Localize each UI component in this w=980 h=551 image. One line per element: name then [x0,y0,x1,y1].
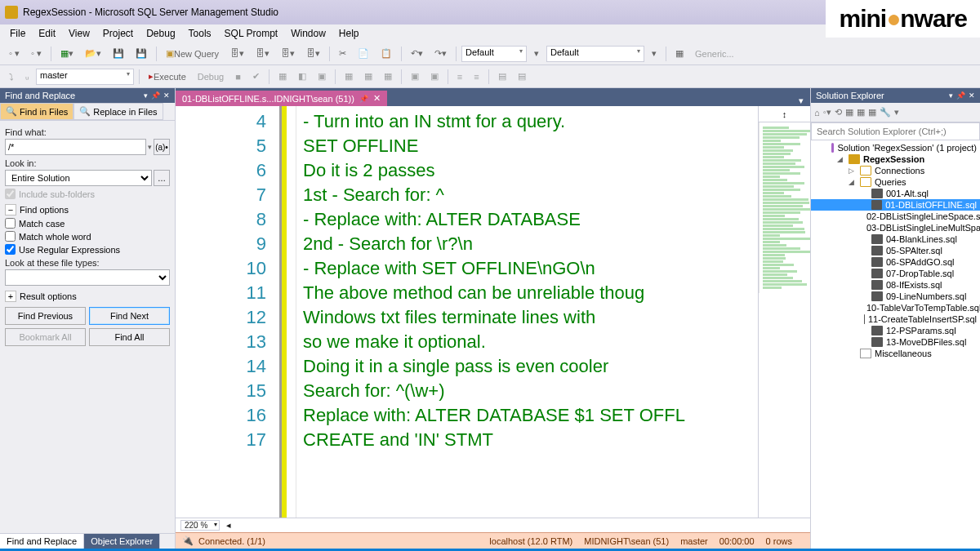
tree-file[interactable]: 001-Alt.sql [811,188,980,199]
sol-collapse-icon[interactable]: ▦ [868,107,876,118]
panel-pin-icon[interactable]: 📌 [956,91,965,100]
db-picker-4[interactable]: 🗄▾ [301,47,325,60]
nav-back-btn[interactable]: ◦ ▾ [4,47,24,60]
config-default-a[interactable]: Default [461,46,527,62]
tree-file[interactable]: 01-DBListOFFLINE.sql [811,199,980,211]
bookmark-all-btn[interactable]: Bookmark All [5,328,86,346]
tree-file[interactable]: 03-DBListSingleLineMultSpac [811,222,980,233]
zoom-selector[interactable]: 220 % [180,520,220,531]
panel-pin-icon[interactable]: 📌 [151,91,160,100]
tree-file[interactable]: 12-PSParams.sql [811,325,980,336]
tree-file[interactable]: 06-SPAddGO.sql [811,256,980,268]
solution-search[interactable] [811,122,980,140]
findopts-toggle[interactable]: − [5,204,16,216]
solution-explorer-header[interactable]: Solution Explorer ▾ 📌 ✕ [811,88,980,103]
database-selector[interactable]: master [36,69,134,85]
open-btn[interactable]: 📂▾ [80,47,106,60]
db-picker-1[interactable]: 🗄▾ [225,47,249,60]
split-icon[interactable]: ↕ [759,106,810,122]
activity-btn[interactable]: ▦ [670,47,688,60]
code-editor[interactable]: 4567891011121314151617 - Turn into an IN… [176,106,758,518]
paste-btn[interactable]: 📋 [376,47,397,60]
new-btn[interactable]: ▦▾ [56,47,78,60]
execute-btn[interactable]: ▸ Execute [144,69,191,83]
tree-file[interactable]: 07-DropTable.sql [811,268,980,279]
solution-search-input[interactable] [812,123,979,140]
close-tab-icon[interactable]: ✕ [373,93,381,104]
sol-refresh-icon[interactable]: ▦ [845,107,853,118]
pin-icon[interactable]: 📌 [359,95,368,103]
tab-overflow-btn[interactable]: ▾ [792,96,810,106]
look-in-select[interactable]: Entire Solution [5,170,152,186]
panel-dropdown-icon[interactable]: ▾ [144,91,148,100]
menu-window[interactable]: Window [284,26,332,41]
bottom-tab-find[interactable]: Find and Replace [0,534,84,549]
conn-login: MIDNIGHT\sean (51) [584,536,669,546]
sol-home-icon[interactable]: ⌂ [814,108,820,118]
menu-debug[interactable]: Debug [140,26,181,41]
menu-view[interactable]: View [62,26,96,41]
find-panel-header[interactable]: Find and Replace ▾ 📌 ✕ [0,88,175,103]
tree-file[interactable]: 11-CreateTableInsertSP.sql [811,313,980,325]
parse-btn[interactable]: ✔ [247,69,265,83]
tree-folder-connections[interactable]: ▷Connections [811,165,980,176]
tree-file[interactable]: 02-DBListSingleLineSpace.sq [811,211,980,222]
db-picker-3[interactable]: 🗄▾ [276,47,300,60]
menu-file[interactable]: File [3,26,32,41]
look-in-browse-btn[interactable]: … [154,170,170,186]
save-all-btn[interactable]: 💾 [131,47,152,60]
sol-sync-icon[interactable]: ⟲ [835,107,842,118]
match-case-check[interactable] [5,218,16,229]
menu-sqlprompt[interactable]: SQL Prompt [218,26,285,41]
panel-close-icon[interactable]: ✕ [969,91,975,100]
regex-builder-btn[interactable]: (a)• [154,139,170,155]
nav-fwd-btn[interactable]: ◦ ▾ [26,47,47,60]
hscroll-left[interactable]: ◂ [226,520,231,531]
config-default-b[interactable]: Default [546,46,644,62]
cut-btn[interactable]: ✂ [334,47,351,60]
menu-project[interactable]: Project [96,26,140,41]
copy-btn[interactable]: 📄 [353,47,374,60]
tree-file[interactable]: 10-TableVarToTempTable.sql [811,302,980,313]
panel-close-icon[interactable]: ✕ [163,91,170,100]
find-what-input[interactable] [5,139,146,155]
match-whole-check[interactable] [5,231,16,242]
tree-file[interactable]: 13-MoveDBFiles.sql [811,336,980,348]
generic-btn[interactable]: Generic... [690,47,739,60]
config-a-arrow[interactable]: ▾ [529,47,544,60]
sol-showall-icon[interactable]: ▦ [857,107,865,118]
menu-tools[interactable]: Tools [182,26,218,41]
use-regex-check[interactable] [5,244,16,255]
menu-help[interactable]: Help [332,26,366,41]
sol-back-icon[interactable]: ◦▾ [823,107,831,118]
file-types-select[interactable] [5,269,170,286]
resultopts-toggle[interactable]: + [5,291,16,302]
tab-replace-in-files[interactable]: 🔍Replace in Files [74,103,163,120]
redo-btn[interactable]: ↷▾ [430,47,452,60]
tab-find-in-files[interactable]: 🔍Find in Files [0,103,74,120]
tree-misc[interactable]: Miscellaneous [811,348,980,359]
tree-project[interactable]: ◢RegexSession [811,153,980,165]
tree-file[interactable]: 08-IfExists.sql [811,279,980,291]
menu-edit[interactable]: Edit [32,26,62,41]
bottom-tab-object-explorer[interactable]: Object Explorer [84,534,160,549]
panel-dropdown-icon[interactable]: ▾ [949,91,953,100]
find-next-btn[interactable]: Find Next [89,307,170,325]
minimap[interactable] [759,122,810,293]
tree-file[interactable]: 05-SPAlter.sql [811,245,980,256]
tree-file[interactable]: 04-BlankLines.sql [811,233,980,245]
tree-file[interactable]: 09-LineNumbers.sql [811,291,980,302]
tree-folder-queries[interactable]: ◢Queries [811,176,980,188]
find-previous-btn[interactable]: Find Previous [5,307,86,325]
config-b-arrow[interactable]: ▾ [647,47,662,60]
undo-btn[interactable]: ↶▾ [406,47,428,60]
document-tab-active[interactable]: 01-DBListOFFLINE.s...IDNIGHT\sean (51)) … [176,91,387,106]
new-query-btn[interactable]: ▣ New Query [161,47,224,60]
find-all-btn[interactable]: Find All [89,328,170,346]
sol-properties-icon[interactable]: 🔧 [880,107,891,118]
db-picker-2[interactable]: 🗄▾ [251,47,274,60]
sol-more-icon[interactable]: ▾ [894,107,899,118]
debug-btn[interactable]: Debug [193,70,229,83]
save-btn[interactable]: 💾 [108,47,129,60]
tree-solution-root[interactable]: Solution 'RegexSession' (1 project) [811,142,980,153]
